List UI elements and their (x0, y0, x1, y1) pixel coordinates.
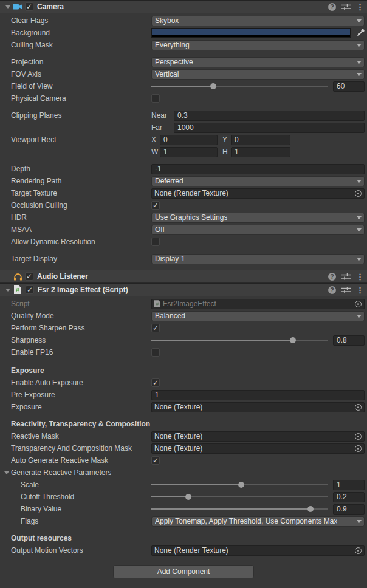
eyedropper-icon[interactable] (356, 29, 365, 37)
allow-dynamic-resolution-checkbox[interactable] (151, 238, 160, 246)
field-row-auto-generate-reactive-mask: Auto Generate Reactive Mask (0, 454, 367, 467)
help-icon[interactable]: ? (328, 3, 336, 11)
msaa-dropdown[interactable]: Off (151, 225, 365, 235)
object-picker-icon[interactable] (355, 445, 362, 452)
auto-generate-reactive-mask-checkbox[interactable] (151, 456, 160, 465)
viewport-y-input[interactable]: 0 (231, 135, 290, 145)
scale-value-input[interactable]: 1 (333, 480, 365, 490)
field-of-view-value-input[interactable]: 60 (333, 81, 365, 92)
foldout-arrow-icon[interactable] (2, 471, 11, 474)
slider-handle[interactable] (185, 494, 191, 500)
field-label: Transparency And Composition Mask (11, 444, 151, 453)
field-label: Clipping Planes (11, 111, 151, 120)
audio-listener-component-header[interactable]: Audio Listener ? ⋮ (0, 270, 367, 283)
slider-fill (151, 484, 241, 485)
depth-input[interactable]: -1 (151, 164, 365, 174)
field-label: Quality Mode (11, 312, 151, 320)
pre-exposure-input[interactable]: 1 (151, 390, 365, 400)
slider-handle[interactable] (238, 482, 244, 488)
slider-handle[interactable] (307, 506, 314, 512)
flags-dropdown[interactable]: Apply Tonemap, Apply Threshold, Use Comp… (151, 516, 365, 527)
physical-camera-checkbox[interactable] (151, 94, 160, 103)
kebab-menu-icon[interactable]: ⋮ (356, 272, 362, 281)
foldout-arrow-icon[interactable] (4, 289, 12, 292)
dropdown-value: Skybox (155, 16, 179, 25)
field-label: Output Motion Vectors (11, 546, 151, 555)
dropdown-value: Balanced (155, 312, 185, 320)
field-label: Generate Reactive Parameters (11, 468, 111, 477)
clear-flags-dropdown[interactable]: Skybox (151, 16, 365, 26)
field-row-physical-camera: Physical Camera (0, 92, 367, 104)
field-label: FOV Axis (11, 70, 151, 78)
near-input[interactable]: 0.3 (174, 111, 365, 121)
audio-listener-enabled-checkbox[interactable] (25, 272, 33, 281)
kebab-menu-icon[interactable]: ⋮ (356, 2, 362, 12)
chevron-down-icon (357, 19, 362, 22)
alpha-bar (152, 35, 350, 37)
transparency-mask-object-field[interactable]: None (Texture) (151, 443, 365, 454)
fsr2-enabled-checkbox[interactable] (26, 285, 34, 294)
help-icon[interactable]: ? (328, 286, 336, 294)
field-label: Background (11, 29, 151, 37)
object-picker-icon[interactable] (355, 404, 362, 411)
object-field-value: None (Texture) (154, 444, 352, 453)
exposure-object-field[interactable]: None (Texture) (151, 402, 365, 412)
presets-icon[interactable] (341, 3, 351, 10)
sharpness-value-input[interactable]: 0.8 (333, 335, 365, 346)
presets-icon[interactable] (341, 286, 351, 293)
object-picker-icon[interactable] (355, 547, 362, 554)
reactive-mask-object-field[interactable]: None (Texture) (151, 431, 365, 442)
field-row-viewport-wh: W 1 H 1 (0, 146, 367, 158)
chevron-down-icon (357, 180, 362, 183)
foldout-arrow-icon[interactable] (4, 5, 12, 9)
slider-handle[interactable] (210, 83, 216, 89)
camera-component-header[interactable]: Camera ? ⋮ (0, 0, 367, 13)
binary-value-slider[interactable] (151, 505, 328, 513)
fov-axis-dropdown[interactable]: Vertical (151, 69, 365, 80)
background-color-field[interactable] (151, 28, 351, 38)
occlusion-culling-checkbox[interactable] (151, 201, 160, 210)
object-picker-icon[interactable] (355, 301, 362, 307)
scale-slider[interactable] (151, 480, 328, 489)
viewport-x-input[interactable]: 0 (160, 135, 218, 145)
field-label: Enable Auto Exposure (11, 378, 151, 387)
output-motion-vectors-object-field[interactable]: None (Render Texture) (151, 545, 365, 556)
camera-enabled-checkbox[interactable] (25, 2, 33, 11)
object-picker-icon[interactable] (355, 190, 362, 197)
quality-mode-dropdown[interactable]: Balanced (151, 311, 365, 321)
field-row-generate-reactive-parameters[interactable]: Generate Reactive Parameters (0, 467, 367, 479)
kebab-menu-icon[interactable]: ⋮ (356, 285, 362, 295)
enable-fp16-checkbox[interactable] (151, 348, 160, 357)
presets-icon[interactable] (341, 273, 351, 280)
object-field-value: None (Render Texture) (154, 189, 352, 197)
object-picker-icon[interactable] (355, 433, 362, 440)
slider-handle[interactable] (290, 337, 296, 343)
perform-sharpen-pass-checkbox[interactable] (151, 324, 160, 332)
component-title: Camera (37, 2, 328, 11)
help-icon[interactable]: ? (328, 273, 336, 281)
cutoff-threshold-value-input[interactable]: 0.2 (333, 492, 365, 502)
field-row-rendering-path: Rendering Path Deferred (0, 175, 367, 187)
rendering-path-dropdown[interactable]: Deferred (151, 176, 365, 186)
target-texture-object-field[interactable]: None (Render Texture) (151, 188, 365, 199)
field-label: Auto Generate Reactive Mask (11, 456, 151, 465)
binary-value-value-input[interactable]: 0.9 (333, 504, 365, 514)
viewport-w-input[interactable]: 1 (160, 147, 218, 157)
field-label: HDR (11, 213, 151, 222)
viewport-h-input[interactable]: 1 (231, 147, 290, 157)
culling-mask-dropdown[interactable]: Everything (151, 40, 365, 50)
far-input[interactable]: 1000 (174, 123, 365, 133)
add-component-button[interactable]: Add Component (113, 565, 254, 578)
target-display-dropdown[interactable]: Display 1 (151, 254, 365, 264)
projection-dropdown[interactable]: Perspective (151, 57, 365, 67)
enable-auto-exposure-checkbox[interactable] (151, 378, 160, 387)
near-label: Near (151, 111, 174, 120)
hdr-dropdown[interactable]: Use Graphics Settings (151, 213, 365, 223)
cutoff-threshold-slider[interactable] (151, 493, 328, 501)
script-object-field[interactable]: Fsr2ImageEffect (151, 299, 365, 309)
field-of-view-slider[interactable] (151, 82, 328, 91)
sharpness-slider[interactable] (151, 336, 328, 344)
field-label: Flags (11, 517, 151, 525)
field-label: Projection (11, 58, 151, 66)
fsr2-component-header[interactable]: Fsr 2 Image Effect (Script) ? ⋮ (0, 283, 367, 296)
